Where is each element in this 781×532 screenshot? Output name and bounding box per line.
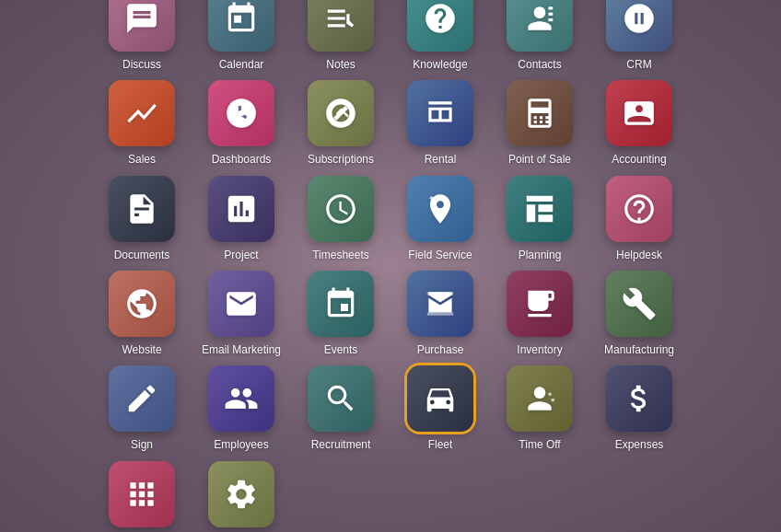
app-item-rental[interactable]: Rental [399,80,482,166]
app-item-field-service[interactable]: Field Service [399,176,482,261]
app-item-recruitment[interactable]: Recruitment [299,365,382,451]
app-icon-documents [109,176,175,242]
app-item-time-off[interactable]: Time Off [498,365,581,451]
app-icon-recruitment [308,365,374,432]
app-label-dashboards: Dashboards [212,153,272,166]
app-label-planning: Planning [519,249,562,261]
app-icon-dashboards [208,80,274,146]
app-item-events[interactable]: Events [299,271,382,356]
app-item-email-marketing[interactable]: Email Marketing [200,271,283,356]
app-label-discuss: Discuss [122,58,161,71]
app-label-knowledge: Knowledge [413,58,467,71]
app-item-employees[interactable]: Employees [200,365,283,451]
app-item-sign[interactable]: Sign [100,365,183,451]
app-label-notes: Notes [326,58,355,71]
app-item-project[interactable]: Project [200,176,283,261]
app-label-rental: Rental [425,153,457,166]
app-item-knowledge[interactable]: Knowledge [399,0,482,71]
app-label-expenses: Expenses [615,438,664,451]
app-icon-helpdesk [606,176,672,242]
app-item-expenses[interactable]: Expenses [598,365,681,451]
app-icon-accounting [606,80,672,146]
app-item-documents[interactable]: Documents [100,176,183,261]
app-label-accounting: Accounting [612,153,666,166]
app-icon-fleet [407,365,473,432]
app-label-sign: Sign [131,438,153,451]
app-label-email-marketing: Email Marketing [202,343,281,356]
app-item-discuss[interactable]: Discuss [100,0,183,71]
app-label-project: Project [224,249,258,261]
app-icon-calendar [208,0,274,52]
app-item-website[interactable]: Website [100,271,183,356]
app-item-fleet[interactable]: Fleet [399,365,482,451]
app-label-fleet: Fleet [428,438,453,451]
svg-rect-2 [549,18,554,21]
app-icon-inventory [507,271,573,337]
app-icon-email-marketing [208,271,274,337]
app-label-inventory: Inventory [517,343,562,356]
app-icon-knowledge [407,0,473,52]
app-item-calendar[interactable]: Calendar [200,0,283,71]
app-icon-timesheets [308,176,374,242]
apps-grid: DiscussCalendarNotesKnowledgeContactsCRM… [91,0,690,532]
app-icon-planning [507,176,573,242]
app-item-manufacturing[interactable]: Manufacturing [598,271,681,356]
app-label-website: Website [122,343,161,356]
app-icon-employees [208,365,274,432]
app-item-helpdesk[interactable]: Helpdesk [598,176,681,261]
app-icon-subscriptions [308,80,374,146]
app-item-apps[interactable]: Apps [100,461,183,532]
svg-rect-1 [549,12,554,15]
app-icon-point-of-sale [507,80,573,146]
app-label-purchase: Purchase [417,343,464,356]
app-icon-settings [208,461,274,527]
app-label-recruitment: Recruitment [311,438,371,451]
app-icon-project [208,176,274,242]
app-label-calendar: Calendar [219,58,264,71]
app-label-manufacturing: Manufacturing [604,343,674,356]
app-icon-notes [308,0,374,52]
app-item-timesheets[interactable]: Timesheets [299,176,382,261]
app-item-dashboards[interactable]: Dashboards [200,80,283,166]
app-label-crm: CRM [626,58,651,71]
app-label-point-of-sale: Point of Sale [508,153,571,166]
app-icon-events [308,271,374,337]
svg-rect-0 [549,6,554,9]
app-icon-discuss [109,0,175,52]
app-item-notes[interactable]: Notes [299,0,382,71]
app-label-timesheets: Timesheets [312,249,369,261]
svg-point-4 [239,110,244,116]
app-item-sales[interactable]: Sales [100,80,183,166]
app-icon-purchase [407,271,473,337]
app-icon-website [109,271,175,337]
app-label-contacts: Contacts [518,58,561,71]
app-label-subscriptions: Subscriptions [308,153,374,166]
app-icon-sales [109,80,175,146]
app-icon-crm [606,0,672,52]
app-item-point-of-sale[interactable]: Point of Sale [498,80,581,166]
svg-point-6 [534,387,546,399]
app-icon-rental [407,80,473,146]
app-item-contacts[interactable]: Contacts [498,0,581,71]
app-label-documents: Documents [114,249,170,261]
app-icon-expenses [606,365,672,432]
app-label-events: Events [324,343,358,356]
app-icon-field-service [407,176,473,242]
app-label-sales: Sales [128,153,156,166]
app-icon-contacts [507,0,573,52]
app-icon-manufacturing [606,271,672,337]
app-item-crm[interactable]: CRM [598,0,681,71]
app-label-employees: Employees [214,438,268,451]
app-icon-apps [109,461,175,527]
app-label-field-service: Field Service [408,249,472,261]
app-item-planning[interactable]: Planning [498,176,581,261]
app-label-helpdesk: Helpdesk [616,249,662,261]
app-item-accounting[interactable]: Accounting [598,80,681,166]
app-item-inventory[interactable]: Inventory [498,271,581,356]
app-icon-time-off [507,365,573,432]
app-icon-sign [109,365,175,432]
app-item-purchase[interactable]: Purchase [399,271,482,356]
app-item-subscriptions[interactable]: Subscriptions [299,80,382,166]
app-label-time-off: Time Off [519,438,560,451]
app-item-settings[interactable]: Settings [200,461,283,532]
